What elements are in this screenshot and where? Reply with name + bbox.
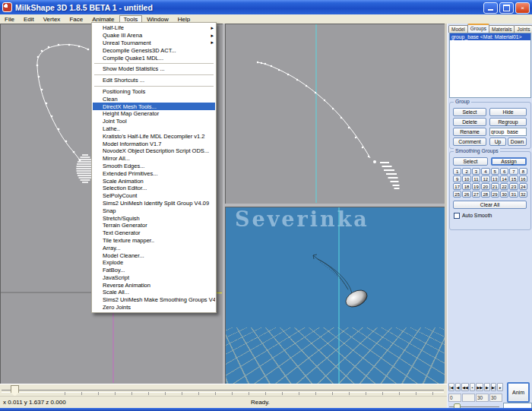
- smoothing-select-button[interactable]: Select: [453, 157, 488, 166]
- close-button[interactable]: ×: [515, 2, 530, 14]
- group-delete-button[interactable]: Delete: [453, 118, 486, 126]
- smoothing-group-15[interactable]: 15: [509, 175, 518, 182]
- menu-item-selpolycount[interactable]: SelPolyCount: [93, 192, 215, 200]
- menu-item-novodex-ods[interactable]: NovodeX Object Description Script ODS...: [93, 147, 215, 155]
- menu-item-zero-joints[interactable]: Zero Joints: [93, 304, 215, 311]
- menu-item-directx-mesh-tools[interactable]: DirectX Mesh Tools...: [93, 103, 215, 110]
- smoothing-group-20[interactable]: 20: [481, 183, 489, 190]
- end-frame-field[interactable]: [489, 394, 502, 402]
- smoothing-group-1[interactable]: 1: [453, 168, 461, 175]
- menu-item-scale-all[interactable]: Scale All...: [93, 289, 215, 296]
- smoothing-group-23[interactable]: 23: [509, 183, 518, 190]
- stop-button[interactable]: ▪: [470, 383, 476, 391]
- auto-smooth-checkbox[interactable]: [454, 213, 460, 219]
- menu-item-show-model-statistics[interactable]: Show Model Statistics ...: [93, 65, 215, 73]
- smoothing-group-30[interactable]: 30: [500, 191, 508, 198]
- smoothing-group-17[interactable]: 17: [453, 183, 461, 190]
- last-frame-button[interactable]: ▶|: [491, 383, 497, 391]
- tab-model[interactable]: Model: [448, 25, 468, 33]
- menu-item-kratistos-decompiler[interactable]: Kratisto's Half-Life MDL Decompiler v1.2: [93, 132, 215, 140]
- smoothing-group-21[interactable]: 21: [491, 183, 499, 190]
- current-frame-field[interactable]: [448, 394, 461, 402]
- smoothing-group-4[interactable]: 4: [481, 168, 489, 175]
- menu-face[interactable]: Face: [65, 15, 87, 24]
- fast-forward-button[interactable]: ▶▶: [476, 383, 483, 391]
- menu-item-decompile-genesis3d[interactable]: Decompile Genesis3D ACT...: [93, 46, 215, 54]
- prev-frame-button[interactable]: ◀: [455, 383, 461, 391]
- menu-item-compile-quake1-mdl[interactable]: Compile Quake1 MDL...: [93, 54, 215, 62]
- smoothing-group-18[interactable]: 18: [462, 183, 470, 190]
- smoothing-group-26[interactable]: 26: [462, 191, 470, 198]
- group-regroup-button[interactable]: Regroup: [489, 118, 527, 126]
- group-down-button[interactable]: Down: [508, 138, 527, 146]
- menu-item-mirror-all[interactable]: Mirror All...: [93, 155, 215, 163]
- group-rename-button[interactable]: Rename: [453, 128, 486, 136]
- menu-item-sims2-unimesh-smoothing[interactable]: Sims2 UniMesh Make Smoothing Groups V4.0…: [93, 296, 215, 304]
- frame-field-2[interactable]: [462, 394, 475, 402]
- menu-item-clean[interactable]: Clean: [93, 95, 215, 103]
- tab-materials[interactable]: Materials: [489, 25, 515, 33]
- smoothing-group-11[interactable]: 11: [472, 175, 480, 182]
- smoothing-group-5[interactable]: 5: [491, 168, 499, 175]
- menu-item-height-map-generator[interactable]: Height Map Generator: [93, 110, 215, 118]
- minimize-button[interactable]: [483, 2, 498, 14]
- anim-toggle-button[interactable]: Anim: [507, 382, 530, 403]
- menu-item-extended-primitives[interactable]: Extended Primitives...: [93, 169, 215, 177]
- rewind-button[interactable]: ◀◀: [461, 383, 469, 391]
- smoothing-group-10[interactable]: 10: [462, 175, 470, 182]
- menu-vertex[interactable]: Vertex: [39, 15, 65, 24]
- group-hide-button[interactable]: Hide: [489, 108, 527, 116]
- first-frame-button[interactable]: |◀: [448, 383, 454, 391]
- tab-joints[interactable]: Joints: [514, 25, 532, 33]
- title-bar[interactable]: MilkShape 3D 1.8.5 BETA 1 - untitled ×: [0, 0, 532, 14]
- menu-item-sims2-unimesh-identify[interactable]: Sims2 UniMesh Identify Split Group V4.09: [93, 200, 215, 207]
- menu-file[interactable]: File: [0, 15, 19, 24]
- clear-all-button[interactable]: Clear All: [453, 201, 527, 209]
- menu-item-model-cleaner[interactable]: Model Cleaner...: [93, 251, 215, 259]
- menu-item-stretch-squish[interactable]: Stretch/Squish: [93, 214, 215, 222]
- smoothing-assign-button[interactable]: Assign: [491, 157, 527, 166]
- menu-item-lathe[interactable]: Lathe..: [93, 125, 215, 133]
- smoothing-group-27[interactable]: 27: [472, 191, 480, 198]
- menu-item-array[interactable]: Array...: [93, 244, 215, 251]
- menu-item-edit-shortcuts[interactable]: Edit Shortcuts ...: [93, 77, 215, 84]
- menu-item-selection-editor[interactable]: Selection Editor...: [93, 185, 215, 192]
- group-comment-button[interactable]: Comment: [453, 138, 486, 146]
- menu-item-text-generator[interactable]: Text Generator: [93, 229, 215, 237]
- smoothing-group-8[interactable]: 8: [519, 168, 527, 175]
- smoothing-group-25[interactable]: 25: [453, 191, 461, 198]
- smoothing-group-22[interactable]: 22: [500, 183, 508, 190]
- menu-item-positioning-tools[interactable]: Positioning Tools: [93, 88, 215, 96]
- viewport-top-right[interactable]: [225, 24, 445, 204]
- smoothing-group-6[interactable]: 6: [500, 168, 508, 175]
- smoothing-group-3[interactable]: 3: [472, 168, 480, 175]
- smoothing-group-16[interactable]: 16: [519, 175, 527, 182]
- menu-item-snap[interactable]: Snap: [93, 207, 215, 214]
- restore-button[interactable]: [499, 2, 514, 14]
- smoothing-group-12[interactable]: 12: [481, 175, 489, 182]
- menu-item-smooth-edges[interactable]: Smooth Edges...: [93, 163, 215, 170]
- smoothing-group-13[interactable]: 13: [491, 175, 499, 182]
- group-listbox[interactable]: group_base <Mat: Material01>: [449, 33, 531, 98]
- smoothing-group-28[interactable]: 28: [481, 191, 489, 198]
- next-frame-button[interactable]: ▶: [484, 383, 490, 391]
- viewport-3d[interactable]: Severinka: [225, 207, 445, 384]
- tab-groups[interactable]: Groups: [467, 24, 489, 33]
- menu-item-reverse-animation[interactable]: Reverse Animation: [93, 281, 215, 289]
- menu-item-fatboy[interactable]: FatBoy...: [93, 267, 215, 274]
- keyframe-slider-thumb[interactable]: [11, 385, 19, 397]
- menu-item-javascript[interactable]: JavaScript: [93, 274, 215, 282]
- menu-item-quake-iii-arena[interactable]: Quake III Arena: [93, 32, 215, 40]
- menu-item-model-information[interactable]: Model Information V1.7: [93, 140, 215, 147]
- total-frames-field[interactable]: [476, 394, 489, 402]
- menu-item-unreal-tournament[interactable]: Unreal Tournament: [93, 40, 215, 47]
- menu-item-half-life[interactable]: Half-Life: [93, 24, 215, 32]
- menu-item-scale-animation[interactable]: Scale Animation: [93, 177, 215, 185]
- smoothing-group-19[interactable]: 19: [472, 183, 480, 190]
- group-list-item[interactable]: group_base <Mat: Material01>: [450, 33, 530, 40]
- menu-item-tile-texture-mapper[interactable]: Tile texture mapper..: [93, 237, 215, 245]
- group-name-input[interactable]: [489, 128, 527, 136]
- menu-item-joint-tool[interactable]: Joint Tool: [93, 118, 215, 125]
- group-up-button[interactable]: Up: [489, 138, 506, 146]
- smoothing-group-9[interactable]: 9: [453, 175, 461, 182]
